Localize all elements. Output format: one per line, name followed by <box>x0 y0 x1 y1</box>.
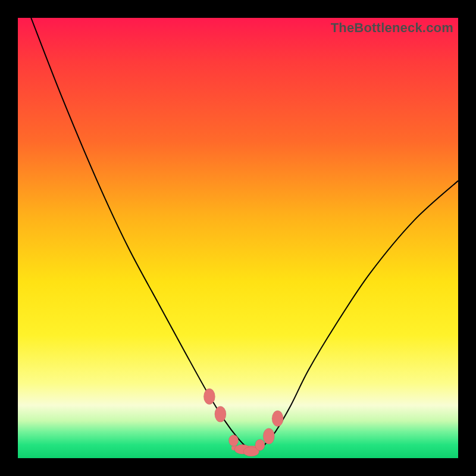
highlight-marker <box>263 428 274 444</box>
highlight-marker <box>203 389 215 405</box>
highlight-marker <box>272 411 283 427</box>
curves-svg <box>18 18 458 458</box>
marker-group <box>203 389 283 456</box>
highlight-marker <box>255 439 265 450</box>
highlight-marker <box>228 435 238 446</box>
right-curve <box>256 181 458 452</box>
left-curve <box>31 18 255 452</box>
plot-area: TheBottleneck.com <box>18 18 458 458</box>
highlight-marker <box>215 406 226 422</box>
chart-frame: TheBottleneck.com <box>0 0 476 476</box>
